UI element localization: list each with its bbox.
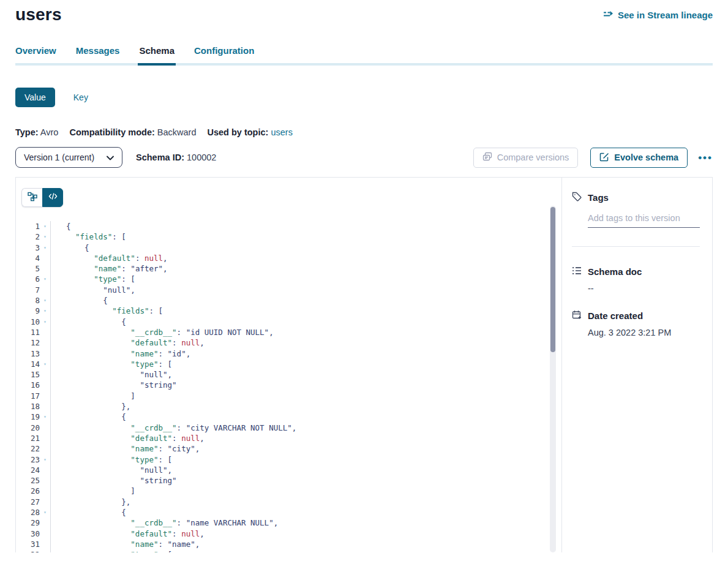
tree-view-button[interactable]	[21, 188, 42, 207]
line-number: 31	[21, 539, 40, 549]
code-text: "fields": [	[50, 306, 561, 316]
fold-toggle-icon[interactable]: ▾	[40, 274, 50, 284]
fold-spacer	[40, 401, 50, 412]
code-view-button[interactable]	[42, 188, 63, 207]
key-toggle-link[interactable]: Key	[73, 92, 88, 102]
code-text: "default": null,	[50, 253, 561, 263]
code-line: 11"__crdb__": "id UUID NOT NULL",	[21, 327, 561, 337]
edit-schema-icon	[599, 152, 609, 164]
schema-doc-section: Schema doc --	[572, 266, 700, 293]
line-number: 24	[21, 465, 40, 475]
fold-spacer	[40, 337, 50, 348]
tab-bar: Overview Messages Schema Configuration	[15, 45, 713, 66]
line-number: 21	[21, 433, 40, 443]
line-number: 8	[21, 295, 40, 306]
schema-meta-row: Type: Avro Compatibility mode: Backward …	[15, 127, 713, 137]
line-number: 1	[21, 221, 40, 232]
compare-versions-button[interactable]: Compare versions	[473, 148, 579, 168]
schema-doc-value: --	[588, 284, 700, 293]
schema-code-pane: 1▾{2▾"fields": [3▾{4"default": null,5"na…	[16, 178, 561, 552]
tab-messages[interactable]: Messages	[76, 45, 120, 63]
code-text: "default": null,	[50, 337, 561, 348]
line-number: 29	[21, 518, 40, 528]
compatibility-label: Compatibility mode:	[69, 127, 154, 137]
line-number: 19	[21, 412, 40, 422]
fold-toggle-icon[interactable]: ▾	[40, 454, 50, 465]
code-text: "default": null,	[50, 433, 561, 443]
fold-toggle-icon[interactable]: ▾	[40, 359, 50, 369]
schema-id-value: 100002	[187, 152, 216, 162]
fold-toggle-icon[interactable]: ▾	[40, 306, 50, 316]
value-toggle-button[interactable]: Value	[15, 88, 55, 107]
schema-panel: 1▾{2▾"fields": [3▾{4"default": null,5"na…	[15, 177, 713, 552]
compatibility-mode: Compatibility mode: Backward	[69, 127, 196, 137]
code-text: "fields": [	[50, 232, 561, 242]
code-line: 17]	[21, 391, 561, 401]
code-text: {	[50, 243, 561, 253]
code-text: },	[50, 497, 561, 507]
fold-toggle-icon[interactable]: ▾	[40, 317, 50, 327]
fold-spacer	[40, 486, 50, 496]
code-line: 30"default": null,	[21, 529, 561, 539]
code-line: 2▾"fields": [	[21, 232, 561, 242]
add-tags-input[interactable]	[588, 212, 700, 228]
code-line: 9▾"fields": [	[21, 306, 561, 316]
tab-overview[interactable]: Overview	[15, 45, 56, 63]
evolve-schema-button[interactable]: Evolve schema	[590, 148, 688, 168]
line-number: 4	[21, 253, 40, 263]
page-header: users See in Stream lineage	[15, 0, 713, 24]
tab-schema[interactable]: Schema	[139, 45, 174, 63]
line-number: 17	[21, 391, 40, 401]
list-icon	[572, 266, 582, 277]
fold-spacer	[40, 263, 50, 274]
fold-toggle-icon[interactable]: ▾	[40, 295, 50, 306]
code-text: {	[50, 412, 561, 422]
fold-toggle-icon[interactable]: ▾	[40, 243, 50, 253]
tab-configuration[interactable]: Configuration	[194, 45, 254, 63]
code-scrollbar-thumb[interactable]	[550, 207, 555, 352]
fold-spacer	[40, 285, 50, 295]
code-text: "type": [	[50, 274, 561, 284]
code-line: 20"__crdb__": "city VARCHAR NOT NULL",	[21, 423, 561, 433]
code-line: 25"string"	[21, 475, 561, 486]
see-in-stream-lineage-link[interactable]: See in Stream lineage	[603, 10, 713, 20]
code-text: "null",	[50, 285, 561, 295]
fold-toggle-icon[interactable]: ▾	[40, 507, 50, 518]
fold-toggle-icon[interactable]: ▾	[40, 232, 50, 242]
fold-toggle-icon[interactable]: ▾	[40, 221, 50, 232]
code-line: 5"name": "after",	[21, 263, 561, 274]
code-text: "null",	[50, 465, 561, 475]
code-line: 26]	[21, 486, 561, 496]
line-number: 18	[21, 401, 40, 412]
code-line: 8▾{	[21, 295, 561, 306]
tags-section: Tags	[572, 192, 700, 247]
used-by-topic-label: Used by topic:	[207, 127, 268, 137]
more-actions-button[interactable]: •••	[698, 152, 713, 163]
code-line: 18},	[21, 401, 561, 412]
code-line: 15"null",	[21, 369, 561, 380]
code-line: 4"default": null,	[21, 253, 561, 263]
code-text: "name": "id",	[50, 348, 561, 359]
code-line: 3▾{	[21, 243, 561, 253]
version-select-value: Version 1 (current)	[24, 152, 94, 162]
line-number: 6	[21, 274, 40, 284]
tree-view-icon	[28, 192, 37, 204]
line-number: 14	[21, 359, 40, 369]
line-number: 23	[21, 454, 40, 465]
code-line: 13"name": "id",	[21, 348, 561, 359]
date-created-section: Date created Aug. 3 2022 3:21 PM	[572, 310, 700, 337]
used-by-topic: Used by topic: users	[207, 127, 292, 137]
calendar-plus-icon	[572, 310, 582, 322]
line-number: 28	[21, 507, 40, 518]
fold-toggle-icon[interactable]: ▾	[40, 412, 50, 422]
fold-toggle-icon[interactable]: ▾	[40, 549, 50, 552]
topic-link[interactable]: users	[271, 127, 292, 137]
code-text: "type": [	[50, 549, 561, 552]
code-line: 14▾"type": [	[21, 359, 561, 369]
fold-spacer	[40, 253, 50, 263]
sidebar-divider	[572, 246, 700, 247]
version-select[interactable]: Version 1 (current)	[15, 147, 122, 168]
code-text: {	[50, 317, 561, 327]
code-scrollbar-track[interactable]	[550, 206, 556, 552]
code-line: 6▾"type": [	[21, 274, 561, 284]
